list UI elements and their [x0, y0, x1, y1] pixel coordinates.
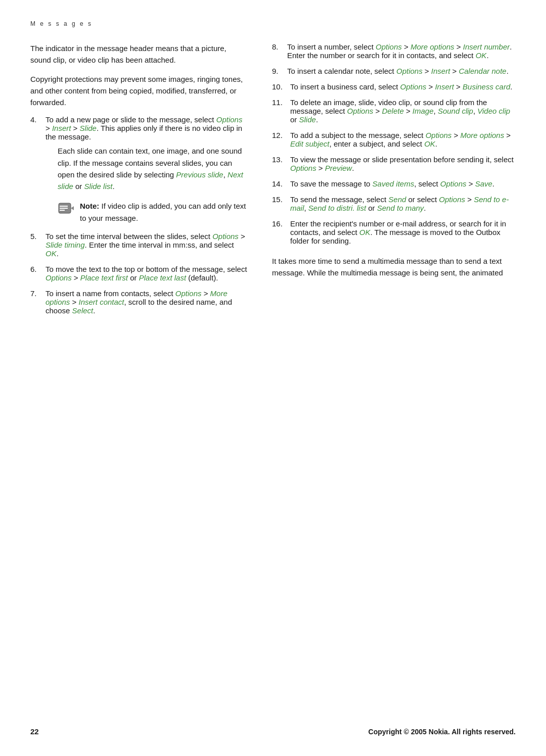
item7-text-before: To insert a name from contacts, select — [46, 289, 175, 298]
item11-slide: Slide — [299, 115, 316, 124]
svg-rect-5 — [60, 210, 65, 211]
item9-cal-note: Calendar note — [459, 67, 506, 75]
item13-text-before: To view the message or slide presentatio… — [290, 155, 514, 164]
note-icon — [58, 201, 74, 217]
item10-biz-card: Business card — [463, 82, 510, 91]
item8-ok: OK — [476, 51, 487, 60]
item10-sep1: > — [426, 82, 435, 91]
item6-default: (default). — [186, 273, 218, 282]
list-num-12: 12. — [272, 131, 287, 139]
item10-text-before: To insert a business card, select — [290, 82, 400, 91]
item6-options: Options — [46, 273, 72, 282]
item12-period: . — [435, 139, 437, 148]
item15-or: or — [366, 204, 377, 212]
item11-video: Video clip — [477, 107, 510, 115]
list-item-9: 9. To insert a calendar note, select Opt… — [272, 67, 516, 75]
item14-sep1: > — [467, 179, 475, 188]
list-content-14: To save the message to Saved items, sele… — [290, 179, 516, 188]
item4-options: Options — [216, 115, 243, 124]
item4-period: . — [112, 182, 114, 191]
item10-sep2: > — [454, 82, 463, 91]
item5-text-after: . Enter the time interval in mm:ss, and … — [85, 241, 234, 249]
list-num-11: 11. — [272, 98, 287, 107]
item11-sep1: > — [373, 107, 382, 115]
list-item-6: 6. To move the text to the top or bottom… — [30, 265, 248, 282]
item12-options: Options — [426, 131, 452, 139]
item14-saved-items: Saved items — [373, 179, 415, 188]
item12-sep2: > — [504, 131, 511, 139]
item13-preview: Preview — [325, 164, 352, 172]
list-content-8: To insert a number, select Options > Mor… — [287, 42, 516, 60]
item4-prev-slide: Previous slide — [176, 170, 223, 179]
item12-text-after: , enter a subject, and select — [330, 139, 425, 148]
svg-rect-3 — [60, 206, 68, 207]
note-content: If video clip is added, you can add only… — [80, 202, 246, 222]
list-content-16: Enter the recipient's number or e-mail a… — [290, 219, 516, 245]
list-item-11: 11. To delete an image, slide, video cli… — [272, 98, 516, 124]
item12-more-options: More options — [460, 131, 504, 139]
item8-more-options: More options — [411, 42, 454, 51]
page-number: 22 — [30, 727, 39, 736]
item4-sep1: > — [46, 124, 52, 132]
list-content-9: To insert a calendar note, select Option… — [287, 67, 516, 75]
item14-options: Options — [440, 179, 467, 188]
item8-options: Options — [376, 42, 402, 51]
item15-comma1: , — [304, 204, 308, 212]
left-column: The indicator in the message header mean… — [30, 42, 248, 322]
item14-save: Save — [475, 179, 492, 188]
list-item-14: 14. To save the message to Saved items, … — [272, 179, 516, 188]
list-num-6: 6. — [30, 265, 42, 273]
item8-text-before: To insert a number, select — [287, 42, 376, 51]
item12-ok: OK — [424, 139, 435, 148]
item9-insert: Insert — [431, 67, 450, 75]
svg-rect-4 — [60, 208, 68, 209]
note-box: Note: If video clip is added, you can ad… — [58, 200, 248, 224]
item5-text-before: To set the time interval between the sli… — [46, 232, 212, 241]
list-num-8: 8. — [272, 42, 284, 51]
item15-text-before: To send the message, select — [290, 195, 388, 204]
list-item-5: 5. To set the time interval between the … — [30, 232, 248, 258]
list-num-14: 14. — [272, 179, 287, 188]
item15-send-many: Send to many — [377, 204, 424, 212]
item9-period: . — [507, 67, 509, 75]
item8-insert-number: Insert number — [463, 42, 510, 51]
intro-para-1: The indicator in the message header mean… — [30, 42, 248, 66]
list-content-10: To insert a business card, select Option… — [290, 82, 516, 91]
item5-sep1: > — [239, 232, 245, 241]
item8-sep2: > — [454, 42, 463, 51]
item14-text-before: To save the message to — [290, 179, 373, 188]
item8-sep1: > — [402, 42, 411, 51]
list-num-5: 5. — [30, 232, 42, 241]
item4-insert: Insert — [52, 124, 71, 132]
item5-options: Options — [212, 232, 239, 241]
list-item-10: 10. To insert a business card, select Op… — [272, 82, 516, 91]
item6-or: or — [128, 273, 139, 282]
item7-sep1: > — [201, 289, 210, 298]
intro-para-2: Copyright protections may prevent some i… — [30, 73, 248, 109]
item14-text-mid: , select — [414, 179, 440, 188]
item4-slide-list: Slide list — [84, 182, 113, 191]
item10-period: . — [510, 82, 512, 91]
item4-slide: Slide — [80, 124, 97, 132]
page-header: M e s s a g e s — [30, 20, 516, 27]
item11-comma1: , — [434, 107, 438, 115]
item9-sep1: > — [423, 67, 431, 75]
item11-options: Options — [347, 107, 374, 115]
page: M e s s a g e s The indicator in the mes… — [0, 0, 546, 756]
item6-place-last: Place text last — [139, 273, 186, 282]
item7-options: Options — [175, 289, 202, 298]
list-content-11: To delete an image, slide, video clip, o… — [290, 98, 516, 124]
note-label: Note: — [80, 202, 99, 210]
header-text: M e s s a g e s — [30, 20, 93, 27]
list-content-4: To add a new page or slide to the messag… — [46, 115, 248, 232]
item11-or: or — [290, 115, 299, 124]
item6-sep1: > — [72, 273, 80, 282]
footer-copyright: Copyright © 2005 Nokia. All rights reser… — [369, 728, 516, 736]
list-num-7: 7. — [30, 289, 42, 298]
item7-insert-contact: Insert contact — [78, 298, 124, 306]
item9-text-before: To insert a calendar note, select — [287, 67, 396, 75]
content-area: The indicator in the message header mean… — [30, 42, 516, 322]
item6-text-before: To move the text to the top or bottom of… — [46, 265, 247, 273]
item15-options: Options — [439, 195, 465, 204]
item8-period: . — [486, 51, 488, 60]
